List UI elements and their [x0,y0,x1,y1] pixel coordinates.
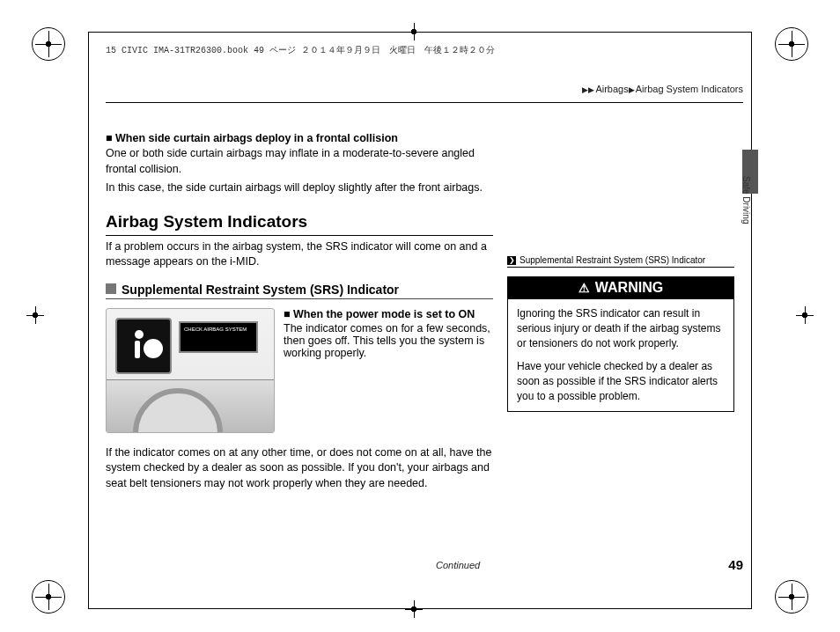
power-mode-heading: ■ When the power mode is set to ON [284,308,493,320]
check-airbag-display: CHECK AIRBAG SYSTEM [179,321,258,353]
dashboard-illustration: CHECK AIRBAG SYSTEM [106,308,275,433]
warning-title-bar: ⚠ WARNING [507,276,734,299]
paragraph: The indicator comes on for a few seconds… [284,322,493,359]
registration-mark-icon [796,306,814,324]
page-number: 49 [728,557,743,572]
warning-title: WARNING [595,280,663,296]
chevron-right-icon: ▶ [629,85,635,94]
srs-description: ■ When the power mode is set to ON The i… [284,308,493,433]
continued-label: Continued [436,560,480,570]
breadcrumb-a: Airbags [595,84,628,94]
crop-line [751,32,752,609]
subsection-heading-row: Supplemental Restraint System (SRS) Indi… [106,283,493,299]
srs-block: CHECK AIRBAG SYSTEM ■ When the power mod… [106,308,493,433]
crop-line [88,32,89,609]
square-bullet-icon [106,283,116,294]
registration-mark-icon [778,31,805,57]
registration-mark-icon [35,31,62,57]
paragraph: If the indicator comes on at any other t… [106,445,493,492]
section-heading: Airbag System Indicators [106,212,493,236]
warning-paragraph: Ignoring the SRS indicator can result in… [517,306,725,350]
side-column: ❯ Supplemental Restraint System (SRS) In… [507,255,734,412]
warning-body: Ignoring the SRS indicator can result in… [507,299,734,412]
sub-heading: ■ When side curtain airbags deploy in a … [106,132,493,144]
divider [106,102,743,103]
chevron-right-icon: ▶▶ [582,85,594,94]
warning-triangle-icon: ⚠ [578,281,590,295]
main-column: ■ When side curtain airbags deploy in a … [106,132,493,491]
registration-mark-icon [405,23,423,40]
paragraph: If a problem occurs in the airbag system… [106,239,493,270]
warning-paragraph: Have your vehicle checked by a dealer as… [517,359,725,403]
registration-mark-icon [405,600,423,618]
registration-mark-icon [26,306,44,324]
registration-mark-icon [778,584,805,610]
reference-mark-icon: ❯ [507,256,516,265]
breadcrumb: ▶▶Airbags▶Airbag System Indicators [582,84,743,94]
side-reference: ❯ Supplemental Restraint System (SRS) In… [507,255,734,268]
book-header: 15 CIVIC IMA-31TR26300.book 49 ページ ２０１４年… [106,44,495,56]
airbag-warning-icon [115,318,172,374]
registration-mark-icon [35,584,62,610]
subsection-heading: Supplemental Restraint System (SRS) Indi… [122,283,399,297]
side-reference-text: Supplemental Restraint System (SRS) Indi… [519,255,705,265]
breadcrumb-b: Airbag System Indicators [636,84,743,94]
paragraph: In this case, the side curtain airbags w… [106,180,493,196]
paragraph: One or both side curtain airbags may inf… [106,146,493,177]
section-tab-label: Safe Driving [741,176,751,224]
